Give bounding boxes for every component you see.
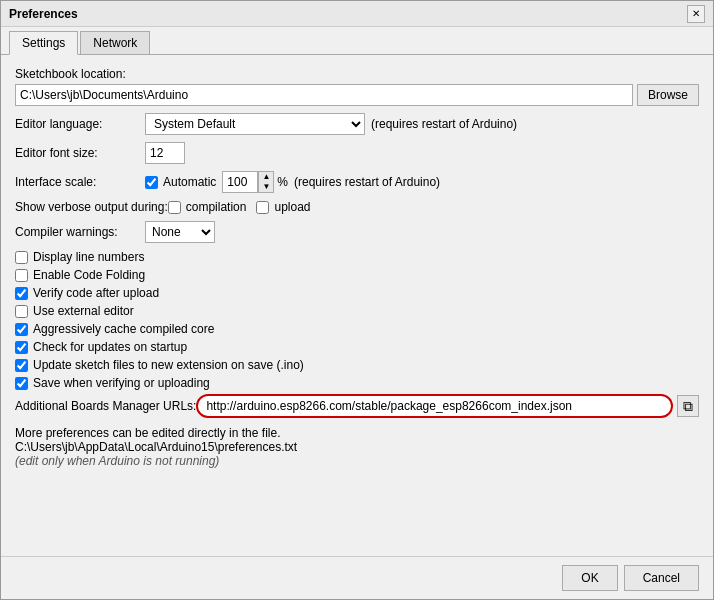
verbose-compilation-row: compilation	[168, 200, 247, 214]
ok-button[interactable]: OK	[562, 565, 617, 591]
editor-language-row: Editor language: System Default (require…	[15, 113, 699, 135]
checkbox-check-for-updates: Check for updates on startup	[15, 340, 699, 354]
footer: OK Cancel	[1, 556, 713, 599]
auto-checkbox-row: Automatic	[145, 175, 216, 189]
editor-language-note: (requires restart of Arduino)	[371, 117, 517, 131]
tab-settings[interactable]: Settings	[9, 31, 78, 55]
sketchbook-input-row: Browse	[15, 84, 699, 106]
compiler-warnings-row: Compiler warnings: None	[15, 221, 699, 243]
scale-down-button[interactable]: ▼	[259, 182, 273, 192]
browse-button[interactable]: Browse	[637, 84, 699, 106]
editor-font-input[interactable]	[145, 142, 185, 164]
urls-label: Additional Boards Manager URLs:	[15, 399, 196, 413]
display-line-numbers-checkbox[interactable]	[15, 251, 28, 264]
sketchbook-label: Sketchbook location:	[15, 67, 126, 81]
scale-up-button[interactable]: ▲	[259, 172, 273, 182]
aggressively-cache-checkbox[interactable]	[15, 323, 28, 336]
interface-scale-row: Interface scale: Automatic ▲ ▼ % (requir…	[15, 171, 699, 193]
dialog-title: Preferences	[9, 7, 78, 21]
update-sketch-files-checkbox[interactable]	[15, 359, 28, 372]
verbose-upload-row: upload	[256, 200, 310, 214]
urls-copy-button[interactable]: ⧉	[677, 395, 699, 417]
settings-content: Sketchbook location: Browse Editor langu…	[1, 55, 713, 556]
compiler-warnings-select[interactable]: None	[145, 221, 215, 243]
verbose-compilation-label: compilation	[186, 200, 247, 214]
verbose-compilation-checkbox[interactable]	[168, 201, 181, 214]
checkbox-display-line-numbers: Display line numbers	[15, 250, 699, 264]
tabs-bar: Settings Network	[1, 27, 713, 55]
editor-language-label: Editor language:	[15, 117, 145, 131]
urls-row: Additional Boards Manager URLs: ⧉	[15, 394, 699, 418]
save-when-verifying-checkbox[interactable]	[15, 377, 28, 390]
save-when-verifying-label: Save when verifying or uploading	[33, 376, 210, 390]
tab-network[interactable]: Network	[80, 31, 150, 54]
more-prefs-section: More preferences can be edited directly …	[15, 426, 699, 468]
interface-scale-label: Interface scale:	[15, 175, 145, 189]
verify-code-label: Verify code after upload	[33, 286, 159, 300]
verify-code-checkbox[interactable]	[15, 287, 28, 300]
checkboxes-section: Display line numbers Enable Code Folding…	[15, 250, 699, 390]
use-external-editor-checkbox[interactable]	[15, 305, 28, 318]
enable-code-folding-checkbox[interactable]	[15, 269, 28, 282]
checkbox-use-external-editor: Use external editor	[15, 304, 699, 318]
urls-input[interactable]	[196, 394, 673, 418]
enable-code-folding-label: Enable Code Folding	[33, 268, 145, 282]
check-for-updates-label: Check for updates on startup	[33, 340, 187, 354]
update-sketch-files-label: Update sketch files to new extension on …	[33, 358, 304, 372]
verbose-row: Show verbose output during: compilation …	[15, 200, 699, 214]
scale-input[interactable]	[222, 171, 258, 193]
editor-font-row: Editor font size:	[15, 142, 699, 164]
check-for-updates-checkbox[interactable]	[15, 341, 28, 354]
scale-input-wrap: ▲ ▼ %	[222, 171, 288, 193]
checkbox-enable-code-folding: Enable Code Folding	[15, 268, 699, 282]
verbose-label: Show verbose output during:	[15, 200, 168, 214]
verbose-upload-label: upload	[274, 200, 310, 214]
editor-language-select[interactable]: System Default	[145, 113, 365, 135]
checkbox-aggressively-cache: Aggressively cache compiled core	[15, 322, 699, 336]
title-bar: Preferences ✕	[1, 1, 713, 27]
sketchbook-row: Sketchbook location: Browse	[15, 67, 699, 106]
cancel-button[interactable]: Cancel	[624, 565, 699, 591]
scale-note: (requires restart of Arduino)	[294, 175, 440, 189]
use-external-editor-label: Use external editor	[33, 304, 134, 318]
compiler-warnings-label: Compiler warnings:	[15, 225, 145, 239]
checkbox-update-sketch-files: Update sketch files to new extension on …	[15, 358, 699, 372]
auto-label: Automatic	[163, 175, 216, 189]
verbose-upload-checkbox[interactable]	[256, 201, 269, 214]
checkbox-verify-code: Verify code after upload	[15, 286, 699, 300]
sketchbook-input[interactable]	[15, 84, 633, 106]
checkbox-save-when-verifying: Save when verifying or uploading	[15, 376, 699, 390]
editor-font-label: Editor font size:	[15, 146, 145, 160]
pct-label: %	[277, 175, 288, 189]
pref-path: C:\Users\jb\AppData\Local\Arduino15\pref…	[15, 440, 699, 454]
aggressively-cache-label: Aggressively cache compiled core	[33, 322, 214, 336]
preferences-dialog: Preferences ✕ Settings Network Sketchboo…	[0, 0, 714, 600]
display-line-numbers-label: Display line numbers	[33, 250, 144, 264]
scale-spinner: ▲ ▼	[258, 171, 274, 193]
close-button[interactable]: ✕	[687, 5, 705, 23]
urls-input-wrap	[196, 394, 673, 418]
more-prefs-text: More preferences can be edited directly …	[15, 426, 699, 440]
auto-checkbox[interactable]	[145, 176, 158, 189]
pref-note: (edit only when Arduino is not running)	[15, 454, 699, 468]
